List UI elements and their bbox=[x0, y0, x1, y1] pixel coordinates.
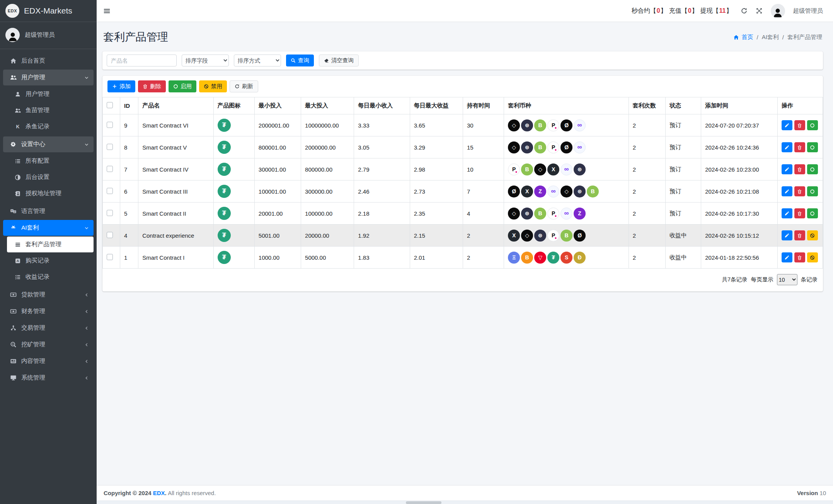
sidebar-link-dashboard[interactable]: 后台首页 bbox=[3, 53, 94, 69]
table-cell: 2.15 bbox=[410, 225, 463, 247]
edit-button[interactable] bbox=[782, 230, 792, 240]
sidebar-link-trade-management[interactable]: 交易管理 bbox=[3, 320, 94, 336]
total-records: 共7条记录 bbox=[722, 276, 747, 283]
column-header: 最小投入 bbox=[254, 97, 301, 114]
breadcrumb-home-link[interactable]: 首页 bbox=[733, 34, 753, 41]
enable-row-button[interactable] bbox=[807, 186, 818, 196]
table-cell: 2024-02-26 10:15:12 bbox=[701, 225, 777, 247]
fullscreen-icon[interactable] bbox=[756, 7, 763, 14]
sidebar-item-kill-fish-records[interactable]: K杀鱼记录 bbox=[7, 119, 94, 135]
refresh-icon[interactable] bbox=[741, 7, 748, 14]
person-icon bbox=[772, 7, 784, 18]
clear-search-button[interactable]: 清空查询 bbox=[319, 54, 359, 66]
per-page-select[interactable]: 10 bbox=[777, 274, 797, 285]
footer-brand-link[interactable]: EDX bbox=[153, 490, 165, 496]
delete-row-button[interactable] bbox=[794, 142, 805, 152]
sidebar-item-label: 收益记录 bbox=[26, 273, 49, 281]
delete-row-button[interactable] bbox=[794, 120, 805, 130]
row-checkbox[interactable] bbox=[107, 144, 113, 150]
sidebar-item-user-admin[interactable]: 用户管理 bbox=[7, 86, 94, 102]
sidebar-link-finance-management[interactable]: 财务管理 bbox=[3, 303, 94, 319]
sidebar-item-backend-settings[interactable]: 后台设置 bbox=[7, 169, 94, 185]
sidebar-link-system-management[interactable]: 系统管理 bbox=[3, 370, 94, 386]
coin-atom-icon: ⊛ bbox=[521, 141, 533, 153]
sidebar-link-content-management[interactable]: 内容管理 bbox=[3, 353, 94, 369]
sidebar-item-authorized-address[interactable]: 授权地址管理 bbox=[7, 186, 94, 201]
user-avatar[interactable] bbox=[771, 4, 785, 18]
notification-stat[interactable]: 提现【11】 bbox=[700, 7, 732, 15]
sidebar-item-label: 挖矿管理 bbox=[21, 341, 45, 349]
table-cell: Smart Contract III bbox=[138, 180, 213, 203]
sidebar-item-profit-records[interactable]: 收益记录 bbox=[7, 269, 94, 285]
sidebar-item-arbitrage-products[interactable]: 套利产品管理 bbox=[7, 237, 94, 252]
row-checkbox[interactable] bbox=[107, 254, 113, 260]
delete-row-button[interactable] bbox=[794, 208, 805, 218]
edit-button[interactable] bbox=[782, 252, 792, 262]
sort-order-select[interactable]: 排序方式 bbox=[234, 54, 281, 66]
table-cell: 2.98 bbox=[410, 158, 463, 180]
edit-button[interactable] bbox=[782, 186, 792, 196]
disable-row-button[interactable] bbox=[807, 252, 818, 262]
disable-row-button[interactable] bbox=[807, 230, 818, 240]
row-checkbox[interactable] bbox=[107, 210, 113, 216]
table-cell: ₮ bbox=[213, 247, 254, 269]
row-actions bbox=[777, 158, 823, 180]
delete-row-button[interactable] bbox=[794, 252, 805, 262]
trash-icon bbox=[797, 145, 802, 150]
table-row: 7Smart Contract IV₮300001.00800000.002.7… bbox=[103, 158, 823, 180]
sidebar-link-language-management[interactable]: Az语言管理 bbox=[3, 203, 94, 219]
product-name-input[interactable] bbox=[107, 54, 177, 66]
notification-stat[interactable]: 秒合约【0】 bbox=[632, 7, 667, 15]
row-checkbox[interactable] bbox=[107, 122, 113, 128]
product-icon-usdt: ₮ bbox=[218, 251, 231, 264]
topbar-stats[interactable]: 秒合约【0】充值【0】提现【11】 bbox=[632, 7, 732, 15]
enable-button[interactable]: 启用 bbox=[169, 80, 196, 92]
edit-button[interactable] bbox=[782, 208, 792, 218]
sidebar-link-loan-management[interactable]: 贷款管理 bbox=[3, 287, 94, 303]
sidebar-link-ai-arbitrage[interactable]: AI套利 bbox=[3, 220, 94, 236]
edit-button[interactable] bbox=[782, 164, 792, 174]
edit-button[interactable] bbox=[782, 120, 792, 130]
enable-row-button[interactable] bbox=[807, 164, 818, 174]
brand[interactable]: EDX EDX-Markets bbox=[0, 0, 97, 22]
enable-row-button[interactable] bbox=[807, 142, 818, 152]
enable-row-button[interactable] bbox=[807, 208, 818, 218]
sidebar-item-fry-management[interactable]: 鱼苗管理 bbox=[7, 102, 94, 118]
coin-xlm-icon: Ø bbox=[560, 119, 572, 131]
add-button[interactable]: 添加 bbox=[107, 80, 135, 92]
delete-row-button[interactable] bbox=[794, 230, 805, 240]
row-checkbox[interactable] bbox=[107, 188, 113, 194]
hamburger-icon[interactable] bbox=[103, 7, 111, 15]
sidebar-item-all-config[interactable]: 所有配置 bbox=[7, 153, 94, 169]
sidebar-link-settings-center[interactable]: 设置中心 bbox=[3, 136, 94, 152]
enable-row-button[interactable] bbox=[807, 120, 818, 130]
sidebar-link-mining-management[interactable]: 挖矿管理 bbox=[3, 337, 94, 352]
sort-field-select[interactable]: 排序字段 bbox=[182, 54, 229, 66]
circle-icon bbox=[810, 145, 815, 150]
table-cell: 预订 bbox=[666, 158, 701, 180]
table-cell: 3.33 bbox=[354, 114, 410, 136]
scrollbar-thumb[interactable] bbox=[406, 501, 441, 504]
product-icon-usdt: ₮ bbox=[218, 207, 231, 220]
table-cell: 收益中 bbox=[666, 247, 701, 269]
row-checkbox[interactable] bbox=[107, 232, 113, 238]
stat-count: 0 bbox=[688, 7, 692, 14]
sidebar-link-user-management[interactable]: 用户管理 bbox=[3, 70, 94, 85]
row-checkbox[interactable] bbox=[107, 166, 113, 172]
edit-button[interactable] bbox=[782, 142, 792, 152]
copyright: Copyright © 2024 EDX. All rights reserve… bbox=[104, 490, 216, 496]
refresh-button[interactable]: 刷新 bbox=[230, 80, 258, 92]
delete-button[interactable]: 删除 bbox=[138, 80, 166, 92]
stat-count: 11 bbox=[719, 7, 726, 14]
row-actions bbox=[777, 203, 823, 225]
delete-row-button[interactable] bbox=[794, 186, 805, 196]
select-all-checkbox[interactable] bbox=[107, 102, 113, 108]
delete-row-button[interactable] bbox=[794, 164, 805, 174]
table-cell: 7 bbox=[463, 180, 504, 203]
notification-stat[interactable]: 充值【0】 bbox=[669, 7, 698, 15]
table-header-row: ID产品名产品图标最小投入最大投入每日最小收入每日最大收益持有时间套利币种套利次… bbox=[103, 97, 823, 114]
search-button[interactable]: 查询 bbox=[286, 54, 314, 66]
disable-button[interactable]: 禁用 bbox=[199, 80, 227, 92]
sidebar-item-purchase-records[interactable]: A购买记录 bbox=[7, 253, 94, 269]
sidebar-item-loan-management: 贷款管理 bbox=[3, 287, 94, 303]
